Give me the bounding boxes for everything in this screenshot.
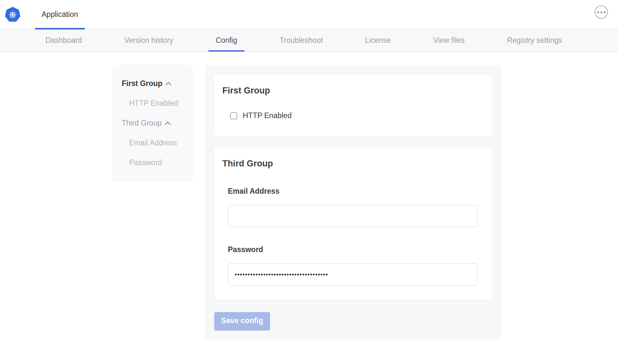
sidebar-item-label: Email Address [129, 139, 177, 147]
email-address-input[interactable] [228, 205, 477, 227]
nav-tab-registry-settings[interactable]: Registry settings [500, 29, 569, 52]
nav-tab-license[interactable]: License [358, 29, 398, 52]
nav-tab-config[interactable]: Config [208, 29, 244, 52]
nav-tab-dashboard[interactable]: Dashboard [38, 29, 89, 52]
http-enabled-row: HTTP Enabled [230, 111, 484, 120]
config-group-first-group: First Group HTTP Enabled [214, 75, 492, 136]
app-tab-label: Application [42, 10, 78, 19]
config-sidebar: First Group HTTP Enabled Third Group Ema… [113, 65, 193, 182]
save-config-button[interactable]: Save config [214, 312, 270, 329]
sidebar-item-http-enabled[interactable]: HTTP Enabled [122, 99, 188, 108]
sidebar-item-label: Password [129, 158, 162, 167]
app-nav: Dashboard Version history Config Trouble… [0, 29, 618, 52]
tab-application[interactable]: Application [35, 0, 85, 29]
chevron-up-icon [166, 82, 171, 85]
sidebar-item-password[interactable]: Password [122, 158, 188, 167]
sidebar-item-label: First Group [122, 79, 162, 88]
group-title: First Group [222, 86, 484, 96]
ellipsis-icon [597, 11, 606, 13]
config-group-third-group: Third Group Email Address Password [214, 148, 492, 300]
main-content: First Group HTTP Enabled Third Group Ema… [113, 65, 618, 340]
kubernetes-logo-icon [5, 7, 20, 22]
password-field-group: Password [228, 245, 484, 285]
nav-tab-version-history[interactable]: Version history [117, 29, 180, 52]
config-panel: First Group HTTP Enabled Third Group Ema… [205, 65, 501, 340]
sidebar-item-email-address[interactable]: Email Address [122, 139, 188, 147]
sidebar-item-first-group[interactable]: First Group [122, 79, 188, 88]
header: Application [0, 0, 618, 29]
password-label: Password [228, 245, 484, 254]
email-address-field-group: Email Address [228, 187, 484, 227]
http-enabled-label[interactable]: HTTP Enabled [243, 111, 291, 120]
overflow-menu-button[interactable] [595, 6, 608, 19]
nav-tab-view-files[interactable]: View files [426, 29, 472, 52]
sidebar-item-label: Third Group [122, 119, 162, 127]
http-enabled-checkbox[interactable] [230, 112, 237, 119]
group-title: Third Group [222, 159, 484, 169]
email-address-label: Email Address [228, 187, 484, 196]
password-input[interactable] [228, 263, 477, 285]
sidebar-item-third-group[interactable]: Third Group [122, 119, 188, 127]
chevron-up-icon [165, 121, 171, 125]
nav-tab-troubleshoot[interactable]: Troubleshoot [272, 29, 330, 52]
sidebar-item-label: HTTP Enabled [129, 99, 178, 108]
